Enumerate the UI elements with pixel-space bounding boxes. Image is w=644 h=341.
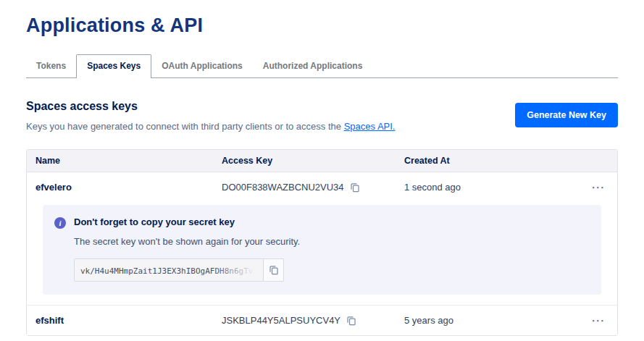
column-header-actions — [574, 150, 617, 172]
section-header-text: Spaces access keys Keys you have generat… — [26, 100, 395, 132]
tab-bar: Tokens Spaces Keys OAuth Applications Au… — [26, 54, 618, 78]
notice-subtitle: The secret key won't be shown again for … — [74, 236, 300, 247]
tab-authorized-applications[interactable]: Authorized Applications — [253, 55, 373, 77]
secret-key-notice-container: i Don't forget to copy your secret key T… — [27, 202, 617, 305]
key-name: efvelero — [27, 172, 213, 202]
applications-api-page: Applications & API Tokens Spaces Keys OA… — [0, 0, 644, 336]
key-name: efshift — [27, 306, 213, 335]
tab-oauth-applications[interactable]: OAuth Applications — [151, 55, 253, 77]
spaces-keys-table: Name Access Key Created At efvelero DO00… — [26, 149, 618, 336]
more-menu-button[interactable]: ⋯ — [591, 184, 606, 191]
notice-title: Don't forget to copy your secret key — [74, 216, 300, 227]
access-key-value: DO00F838WAZBCNU2VU34 — [222, 182, 344, 193]
section-description: Keys you have generated to connect with … — [26, 121, 395, 132]
secret-key-notice: i Don't forget to copy your secret key T… — [43, 205, 601, 295]
page-title: Applications & API — [26, 14, 618, 37]
copy-icon[interactable] — [346, 316, 356, 326]
info-icon: i — [54, 217, 66, 229]
generate-new-key-button[interactable]: Generate New Key — [515, 103, 618, 127]
table-row: efvelero DO00F838WAZBCNU2VU34 1 second a… — [27, 172, 617, 202]
row-actions: ⋯ — [574, 178, 617, 197]
secret-key-value: vk/H4u4MHmpZait1J3EX3hIBOgAFDH8n6gTv3H4k… — [74, 258, 264, 282]
created-at-value: 1 second ago — [396, 172, 574, 202]
created-at-value: 5 years ago — [396, 306, 574, 335]
secret-key-row: vk/H4u4MHmpZait1J3EX3hIBOgAFDH8n6gTv3H4k… — [74, 258, 300, 282]
section-description-text: Keys you have generated to connect with … — [26, 121, 344, 132]
section-header: Spaces access keys Keys you have generat… — [26, 100, 618, 132]
tab-tokens[interactable]: Tokens — [26, 55, 76, 77]
spaces-api-link[interactable]: Spaces API. — [344, 121, 396, 132]
copy-secret-button[interactable] — [264, 258, 284, 282]
notice-body: Don't forget to copy your secret key The… — [74, 216, 300, 282]
copy-icon[interactable] — [350, 182, 360, 193]
table-header-row: Name Access Key Created At — [27, 150, 617, 172]
table-row: efshift JSKBLP44Y5ALPSUYCV4Y 5 years ago… — [27, 305, 617, 335]
access-key-cell: DO00F838WAZBCNU2VU34 — [213, 172, 396, 202]
column-header-access-key: Access Key — [213, 150, 396, 172]
row-actions: ⋯ — [574, 311, 617, 330]
access-key-value: JSKBLP44Y5ALPSUYCV4Y — [222, 315, 340, 326]
secret-key-text: vk/H4u4MHmpZait1J3EX3hIBOgAFDH8n6gTv3H4k… — [80, 266, 264, 276]
column-header-name: Name — [27, 150, 213, 172]
access-key-cell: JSKBLP44Y5ALPSUYCV4Y — [213, 306, 396, 335]
column-header-created-at: Created At — [396, 150, 574, 172]
section-heading: Spaces access keys — [26, 100, 395, 113]
more-menu-button[interactable]: ⋯ — [591, 317, 606, 324]
tab-spaces-keys[interactable]: Spaces Keys — [76, 54, 151, 78]
